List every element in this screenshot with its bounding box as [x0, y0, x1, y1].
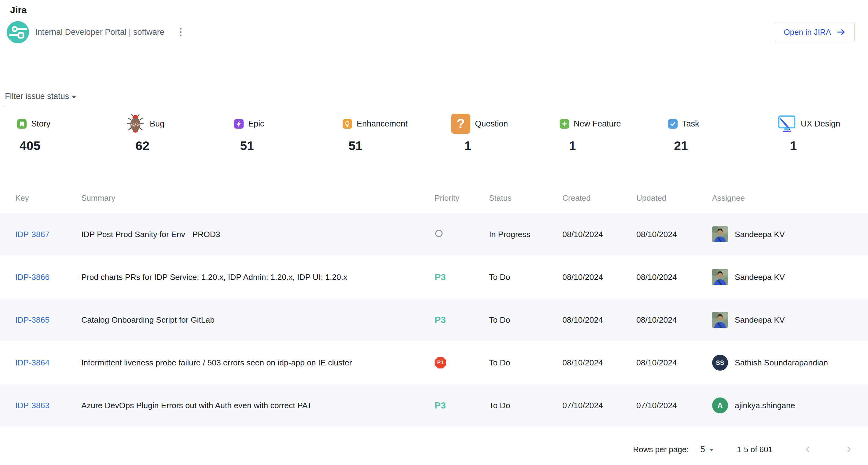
stat-label: UX Design	[801, 119, 840, 129]
question-icon	[451, 114, 470, 134]
stat-count: 405	[17, 139, 43, 153]
priority-none-icon	[435, 230, 442, 237]
issue-updated: 07/10/2024	[636, 401, 712, 410]
column-header-updated[interactable]: Updated	[636, 193, 712, 203]
issue-key-link[interactable]: IDP-3864	[15, 358, 50, 367]
issue-updated: 08/10/2024	[636, 272, 712, 282]
ux-design-icon	[777, 114, 796, 133]
stat-question: Question 1	[434, 113, 542, 153]
stat-label: Question	[475, 119, 508, 129]
bug-icon: </>	[126, 113, 145, 134]
arrow-right-icon	[837, 28, 846, 36]
table-row: IDP-3864 Intermittent liveness probe fai…	[0, 341, 868, 384]
assignee-name: Sandeepa KV	[735, 272, 785, 282]
stat-label: Task	[682, 119, 699, 129]
table-header-row: Key Summary Priority Status Created Upda…	[0, 183, 868, 213]
issue-updated: 08/10/2024	[636, 230, 712, 239]
assignee-name: ajinkya.shingane	[735, 401, 795, 410]
avatar	[712, 269, 728, 285]
entity-logo-icon	[7, 21, 29, 43]
stat-ux-design: UX Design 1	[760, 113, 868, 153]
issue-status: To Do	[489, 401, 562, 410]
issue-updated: 08/10/2024	[636, 358, 712, 368]
jira-plugin-page: Jira Internal Developer Portal | softwar…	[0, 0, 868, 465]
stat-story: Story 405	[0, 113, 108, 153]
column-header-key[interactable]: Key	[15, 193, 81, 203]
priority-p3-icon: P3	[435, 315, 446, 325]
rows-per-page-select[interactable]: 5	[700, 444, 714, 454]
column-header-created[interactable]: Created	[562, 193, 636, 203]
page-header: Jira	[0, 0, 868, 15]
issue-status: To Do	[489, 272, 562, 282]
table-row: IDP-3867 IDP Post Prod Sanity for Env - …	[0, 213, 868, 256]
issue-created: 08/10/2024	[562, 358, 636, 368]
stat-count: 1	[560, 139, 585, 153]
issue-created: 08/10/2024	[562, 230, 636, 239]
open-in-jira-button[interactable]: Open in JIRA	[775, 22, 855, 42]
issue-key-link[interactable]: IDP-3863	[15, 401, 50, 410]
stat-label: Story	[31, 119, 51, 129]
enhancement-icon	[343, 119, 352, 129]
rows-per-page-value: 5	[700, 444, 705, 454]
story-icon	[17, 119, 27, 129]
stat-new-feature: New Feature 1	[542, 113, 651, 153]
column-header-assignee[interactable]: Assignee	[712, 193, 868, 203]
stat-count: 51	[234, 139, 260, 153]
avatar: A	[712, 397, 728, 413]
issue-key-link[interactable]: IDP-3865	[15, 315, 50, 325]
filter-issue-status-select[interactable]: Filter issue status	[4, 92, 83, 106]
kebab-menu-icon	[180, 28, 182, 36]
chevron-right-icon	[844, 445, 853, 454]
stat-label: Epic	[248, 119, 265, 129]
pagination-range: 1-5 of 601	[737, 445, 773, 454]
stat-label: New Feature	[574, 119, 621, 129]
issue-summary: Prod charts PRs for IDP Service: 1.20.x,…	[81, 272, 435, 282]
entity-title: Internal Developer Portal | software	[35, 28, 164, 37]
column-header-priority[interactable]: Priority	[435, 193, 489, 203]
stat-count: 51	[343, 139, 368, 153]
column-header-summary[interactable]: Summary	[81, 193, 435, 203]
previous-page-button[interactable]	[802, 443, 814, 455]
table-row: IDP-3866 Prod charts PRs for IDP Service…	[0, 256, 868, 298]
priority-p1-icon: P1	[435, 357, 446, 368]
issue-created: 08/10/2024	[562, 315, 636, 325]
page-title: Jira	[10, 5, 860, 15]
entity-menu-button[interactable]	[177, 25, 184, 39]
issue-status: To Do	[489, 315, 562, 325]
table-row: IDP-3863 Azure DevOps Plugin Errors out …	[0, 384, 868, 427]
issue-created: 08/10/2024	[562, 272, 636, 282]
chevron-down-icon	[709, 449, 714, 451]
pagination-bar: Rows per page: 5 1-5 of 601	[0, 427, 868, 463]
issue-summary: Intermittent liveness probe failure / 50…	[81, 358, 435, 368]
issues-table: Key Summary Priority Status Created Upda…	[0, 183, 868, 427]
epic-icon	[234, 119, 244, 129]
avatar: SS	[712, 355, 728, 371]
assignee-name: Sandeepa KV	[735, 230, 785, 239]
avatar	[712, 312, 728, 328]
issue-summary: IDP Post Prod Sanity for Env - PROD3	[81, 230, 435, 239]
next-page-button[interactable]	[843, 443, 855, 455]
issue-updated: 08/10/2024	[636, 315, 712, 325]
issue-status: To Do	[489, 358, 562, 368]
stat-label: Bug	[150, 119, 164, 129]
open-in-jira-label: Open in JIRA	[784, 28, 831, 37]
chevron-down-icon	[71, 96, 76, 98]
table-row: IDP-3865 Catalog Onboarding Script for G…	[0, 298, 868, 341]
issue-key-link[interactable]: IDP-3867	[15, 230, 50, 239]
issue-status: In Progress	[489, 230, 562, 239]
stat-task: Task 21	[651, 113, 760, 153]
issue-key-link[interactable]: IDP-3866	[15, 272, 50, 282]
svg-text:</>: </>	[131, 122, 140, 127]
new-feature-icon	[560, 119, 569, 129]
filter-issue-status-label: Filter issue status	[5, 92, 69, 101]
stat-count: 1	[451, 139, 485, 153]
issue-summary: Catalog Onboarding Script for GitLab	[81, 315, 435, 325]
assignee-name: Sandeepa KV	[735, 315, 785, 325]
priority-p3-icon: P3	[435, 272, 446, 282]
column-header-status[interactable]: Status	[489, 193, 562, 203]
stat-count: 21	[668, 139, 694, 153]
entity-bar: Internal Developer Portal | software Ope…	[7, 21, 855, 43]
chevron-left-icon	[803, 445, 812, 454]
issue-summary: Azure DevOps Plugin Errors out with Auth…	[81, 401, 435, 410]
issue-created: 07/10/2024	[562, 401, 636, 410]
